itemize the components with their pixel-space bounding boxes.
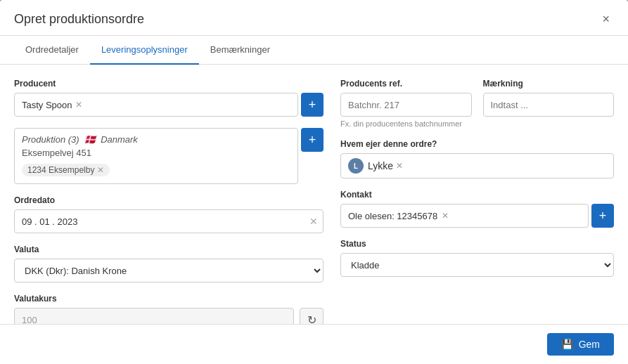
address-line2-row: 1234 Eksempelby ✕ — [22, 161, 290, 176]
production-line: Produktion (3) 🇩🇰 Danmark — [22, 134, 290, 145]
address-input-row: Produktion (3) 🇩🇰 Danmark Eksempelvej 45… — [14, 128, 323, 184]
save-label: Gem — [579, 339, 600, 350]
ordredato-clear-btn[interactable]: ✕ — [309, 216, 318, 226]
address-add-btn[interactable]: + — [301, 128, 323, 152]
modal-footer: 💾 Gem — [0, 324, 628, 364]
hvem-input[interactable]: L Lykke ✕ — [340, 153, 614, 178]
tabs-bar: Ordredetaljer Leveringsoplysninger Bemær… — [0, 36, 628, 65]
valutakurs-field: Valutakurs 100 ↻ — [14, 294, 323, 324]
producent-add-btn[interactable]: + — [301, 93, 323, 117]
producent-field: Producent Tasty Spoon ✕ + — [14, 79, 323, 117]
maerkning-input[interactable] — [483, 93, 615, 117]
save-button[interactable]: 💾 Gem — [547, 333, 614, 356]
valuta-field: Valuta DKK (Dkr): Danish Krone — [14, 245, 323, 282]
modal: Opret produktionsordre × Ordredetaljer L… — [0, 0, 628, 364]
address-block: Produktion (3) 🇩🇰 Danmark Eksempelvej 45… — [14, 128, 298, 184]
producent-tag-input[interactable]: Tasty Spoon ✕ — [14, 93, 298, 117]
tab-ordredetaljer[interactable]: Ordredetaljer — [14, 36, 90, 65]
kontakt-input[interactable]: Ole olesen: 12345678 ✕ — [340, 204, 589, 228]
kontakt-label: Kontakt — [340, 190, 614, 200]
address-line1: Eksempelvej 451 — [22, 148, 290, 158]
kontakt-add-btn[interactable]: + — [591, 204, 614, 228]
left-column: Producent Tasty Spoon ✕ + — [14, 79, 323, 310]
lykke-avatar: L — [348, 158, 364, 174]
address-tag: 1234 Eksempelby ✕ — [22, 164, 110, 176]
valutakurs-refresh-btn[interactable]: ↻ — [300, 308, 323, 324]
hvem-label: Hvem ejer denne ordre? — [340, 139, 614, 149]
producent-tag: Tasty Spoon ✕ — [22, 100, 82, 110]
ordredato-input[interactable] — [14, 209, 323, 233]
save-icon: 💾 — [561, 339, 573, 350]
producents-ref-hint: Fx. din producentens batchnummer — [340, 119, 472, 128]
hvem-tag: Lykke ✕ — [368, 160, 403, 171]
valuta-label: Valuta — [14, 245, 323, 254]
modal-header: Opret produktionsordre × — [0, 0, 628, 36]
modal-title: Opret produktionsordre — [14, 12, 144, 27]
ordredato-wrapper: ✕ — [14, 209, 323, 233]
status-select[interactable]: Kladde Aktiv Afsluttet — [340, 253, 614, 277]
tab-leveringsoplysninger[interactable]: Leveringsoplysninger — [90, 36, 199, 65]
address-remove-btn[interactable]: ✕ — [97, 166, 104, 174]
valutakurs-display: 100 — [14, 308, 294, 324]
producent-remove-btn[interactable]: ✕ — [75, 100, 82, 109]
producents-ref-input[interactable] — [340, 93, 472, 117]
ref-maerkning-row: Producents ref. Fx. din producentens bat… — [340, 79, 614, 139]
valuta-select[interactable]: DKK (Dkr): Danish Krone — [14, 259, 323, 282]
ordredato-label: Ordredato — [14, 195, 323, 205]
hvem-remove-btn[interactable]: ✕ — [396, 162, 403, 170]
right-column: Producents ref. Fx. din producentens bat… — [340, 79, 614, 310]
maerkning-field: Mærkning — [483, 79, 615, 128]
producents-ref-label: Producents ref. — [340, 79, 472, 89]
maerkning-label: Mærkning — [483, 79, 615, 89]
status-field: Status Kladde Aktiv Afsluttet — [340, 239, 614, 277]
modal-body: Producent Tasty Spoon ✕ + — [0, 65, 628, 324]
hvem-field: Hvem ejer denne ordre? L Lykke ✕ — [340, 139, 614, 178]
address-field: Produktion (3) 🇩🇰 Danmark Eksempelvej 45… — [14, 128, 323, 184]
producent-input-row: Tasty Spoon ✕ + — [14, 93, 323, 117]
valutakurs-row: 100 ↻ — [14, 308, 323, 324]
flag-icon: 🇩🇰 — [84, 134, 96, 145]
kontakt-remove-btn[interactable]: ✕ — [442, 212, 449, 220]
tab-bemærkninger[interactable]: Bemærkninger — [199, 36, 281, 65]
kontakt-row: Ole olesen: 12345678 ✕ + — [340, 204, 614, 228]
close-button[interactable]: × — [598, 11, 614, 27]
modal-overlay: Opret produktionsordre × Ordredetaljer L… — [0, 0, 628, 364]
status-label: Status — [340, 239, 614, 249]
ordredato-field: Ordredato ✕ — [14, 195, 323, 233]
producents-ref-field: Producents ref. Fx. din producentens bat… — [340, 79, 472, 128]
producent-label: Producent — [14, 79, 323, 89]
kontakt-field: Kontakt Ole olesen: 12345678 ✕ + — [340, 190, 614, 228]
valutakurs-label: Valutakurs — [14, 294, 323, 304]
